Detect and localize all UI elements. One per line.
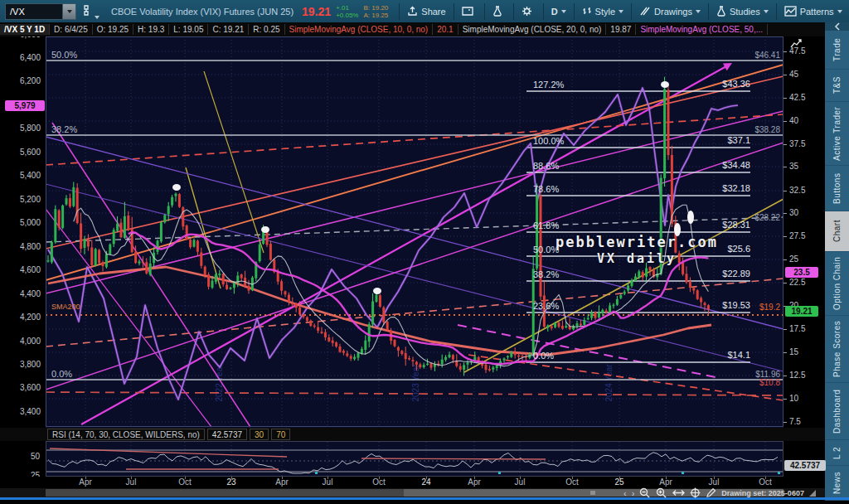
rsi-panel[interactable]: 50 25 <box>0 441 825 477</box>
left-axis-tick: 4,000 <box>20 337 41 346</box>
sma10-study-label[interactable]: SimpleMovingAvg (CLOSE, 10, 0, no) <box>285 24 434 35</box>
fib-level-label: 38.2% <box>533 269 559 279</box>
sidebar-tab-trade[interactable]: Trade <box>825 31 849 70</box>
resize-handle-icon[interactable] <box>809 490 816 497</box>
symbol-combo[interactable]: /VX <box>5 3 76 20</box>
main-chart-area[interactable]: 2022 Year2023 Year2024 Year 6,6006,4006,… <box>0 36 825 428</box>
watermark-line2: VX daily <box>512 250 761 267</box>
studies-button[interactable]: Studies <box>716 6 769 17</box>
drawings-button[interactable]: Drawings <box>639 6 701 17</box>
price-plot-svg: 2022 Year2023 Year2024 Year <box>46 36 784 428</box>
right-axis-tick: 45 <box>789 70 798 79</box>
notes-icon[interactable] <box>462 6 477 17</box>
sidebar-tab-chart[interactable]: Chart <box>825 211 849 252</box>
sidebar-tab-option-chain[interactable]: Option Chain <box>825 252 849 316</box>
pan-left-icon[interactable]: ‹ <box>623 489 627 497</box>
fib-level-label: 61.8% <box>533 220 559 230</box>
right-axis-tick: 40 <box>789 116 798 125</box>
right-price-axis[interactable]: 47.54542.54037.53532.53027.52522.52017.5… <box>784 36 825 428</box>
rsi-header: RSI (14, 70, 30, CLOSE, WILDERS, no) 42.… <box>0 428 825 441</box>
left-axis-tick: 5,200 <box>20 195 41 204</box>
time-axis-tickmark <box>85 477 86 479</box>
right-axis-tick: 17.5 <box>789 324 805 333</box>
left-axis-tick: 4,600 <box>20 265 41 274</box>
rsi-plot[interactable] <box>46 441 784 477</box>
timeframe-button[interactable]: D <box>551 7 566 17</box>
sma10-value: 20.1 <box>433 24 458 35</box>
left-axis-tick: 5,400 <box>20 171 41 180</box>
symbol-input[interactable]: /VX <box>6 7 62 17</box>
dropdown-arrow-icon <box>67 10 72 13</box>
right-axis-tick: 15 <box>789 347 798 356</box>
right-axis-tick: 35 <box>789 162 798 171</box>
patterns-button[interactable]: Patterns <box>784 6 842 17</box>
left-axis-tick: 5,600 <box>20 148 41 157</box>
watermark-line1: pebblewriter.com <box>512 234 761 250</box>
zoom-out-icon[interactable] <box>639 487 651 498</box>
price-plot[interactable]: 2022 Year2023 Year2024 Year <box>46 36 784 428</box>
sidebar-tab-dashboard[interactable]: Dashboard <box>825 383 849 440</box>
fib-level-label: 23.6% <box>533 301 559 311</box>
right-axis-tickmark <box>784 236 787 237</box>
sidebar-tab-news[interactable]: News <box>825 466 849 501</box>
pencil-icon[interactable] <box>706 487 716 498</box>
style-button[interactable]: Style <box>582 6 623 17</box>
sidebar-tab-l-2[interactable]: L 2 <box>825 440 849 466</box>
sma50-study-label[interactable]: SimpleMovingAvg (CLOSE, 50,... <box>636 24 768 35</box>
right-axis-tick: 47.5 <box>789 46 805 56</box>
right-axis-tickmark <box>784 329 787 330</box>
sidebar-tab-buttons[interactable]: Buttons <box>825 166 849 211</box>
time-axis-tickmark <box>379 477 380 479</box>
time-axis-tickmark <box>765 477 766 479</box>
gear-icon[interactable] <box>522 6 536 17</box>
fib-level-label: 88.6% <box>533 161 559 171</box>
left-axis-tick: 4,800 <box>20 242 41 251</box>
drawing-set-label[interactable]: Drawing set: 2025-0607 <box>721 489 804 497</box>
crosshair-icon[interactable] <box>690 487 701 498</box>
scrollbar-segment-left[interactable] <box>46 489 404 497</box>
left-axis-tick: 4,400 <box>20 289 41 298</box>
auto-scale-icon[interactable] <box>672 488 685 497</box>
link-dropdown-arrow-icon[interactable] <box>95 16 99 19</box>
symbol-dropdown-button[interactable] <box>62 4 75 19</box>
studies-label: Studies <box>730 7 760 17</box>
zoom-in-icon[interactable] <box>656 487 667 498</box>
chart-toolbar: /VX CBOE Volatility Index (VIX) Futures … <box>0 0 849 22</box>
sidebar-collapse-button[interactable] <box>825 22 849 31</box>
right-axis-tick: 37.5 <box>789 139 805 148</box>
price-tag: $46.41 <box>714 51 780 60</box>
timeframe-label: D <box>551 7 558 17</box>
right-axis-tickmark <box>784 376 787 376</box>
right-axis-tickmark <box>784 259 787 260</box>
spx-last-price-bubble: 5,979 <box>5 100 45 111</box>
left-axis-tick: 6,400 <box>20 53 41 62</box>
right-axis-tick: 10 <box>789 394 798 403</box>
patterns-label: Patterns <box>800 7 834 17</box>
chart-header: /VX 5 Y 1D D: 6/4/25 O: 19.25 H: 19.3 L:… <box>0 22 825 36</box>
time-axis-tickmark <box>714 477 715 479</box>
right-axis-tickmark <box>784 213 787 214</box>
change-value: +.01 <box>336 4 358 12</box>
bottom-edge <box>0 497 849 504</box>
fib-level-label: 0.0% <box>51 369 72 379</box>
rsi-study-label[interactable]: RSI (14, 70, 30, CLOSE, WILDERS, no) <box>47 429 205 440</box>
pan-right-icon[interactable]: › <box>632 489 635 497</box>
right-axis-tick: 12.5 <box>789 371 805 380</box>
sidebar-tab-active-trader[interactable]: Active Trader <box>825 102 849 166</box>
ask-value: A: 19.25 <box>363 12 388 19</box>
sidebar-tab-phase-scores[interactable]: Phase Scores <box>825 316 849 383</box>
time-axis[interactable]: AprJulOct23AprJulOct24AprJulOct25AprJulO… <box>0 477 825 488</box>
left-price-axis[interactable]: 6,6006,4006,2005,8005,6005,4005,2005,000… <box>0 36 46 428</box>
share-button[interactable]: Share <box>407 6 445 17</box>
time-axis-tickmark <box>474 477 475 479</box>
fib-price-label: $32.18 <box>676 183 750 193</box>
fib-level-label: 127.2% <box>533 80 564 90</box>
sidebar-tab-t-s[interactable]: T&S <box>825 70 849 102</box>
bid-ask: B: 19.20 A: 19.25 <box>363 4 388 19</box>
header-high: H: 19.3 <box>133 24 169 35</box>
link-symbol-icon[interactable] <box>81 4 91 19</box>
time-axis-tickmark <box>185 477 186 479</box>
sma20-study-label[interactable]: SimpleMovingAvg (CLOSE, 20, 0, no) <box>458 24 607 35</box>
flask-icon[interactable] <box>492 6 506 17</box>
scrollbar-grip[interactable] <box>590 491 595 495</box>
